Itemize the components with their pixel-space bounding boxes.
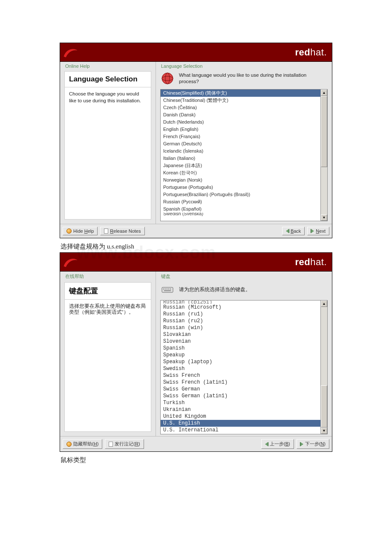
prompt-row: What language would you like to use duri… xyxy=(160,71,328,86)
list-item[interactable]: Slovenian xyxy=(161,338,320,345)
scroll-thumb[interactable] xyxy=(321,96,327,167)
footer: Hide HelpHide Help Release Notes Back Ne… xyxy=(60,224,332,238)
brand-bold: red xyxy=(295,257,311,267)
list-item[interactable]: United Kingdom xyxy=(161,413,320,420)
help-heading: Language Selection xyxy=(64,71,151,87)
back-button[interactable]: Back xyxy=(282,227,305,235)
globe-icon xyxy=(160,71,175,86)
scroll-track[interactable] xyxy=(321,307,327,428)
list-item[interactable]: Swiss French xyxy=(161,372,320,379)
content-pane-label: Language Selection xyxy=(160,64,328,69)
caption-keyboard: 选择键盘规格为 u.s.english xyxy=(61,243,332,251)
installer-window-keyboard: redhat. 在线帮助 键盘配置 选择您要在系统上使用的键盘布局类型（例如“美… xyxy=(60,252,332,452)
list-item[interactable]: Dutch (Nederlands) xyxy=(161,119,320,126)
content-pane: Language Selection What language would y… xyxy=(156,62,332,224)
hide-help-button[interactable]: Hide HelpHide Help xyxy=(63,227,98,235)
list-item[interactable]: Chinese(Simplified) (简体中文) xyxy=(161,90,320,97)
redhat-logo-icon xyxy=(62,254,79,270)
hide-help-button[interactable]: 隐藏帮助(H) xyxy=(63,439,102,449)
list-item[interactable]: Italian (Italiano) xyxy=(161,155,320,162)
list-item[interactable]: Russian (win) xyxy=(161,324,320,331)
prompt-text: What language would you like to use duri… xyxy=(179,72,328,85)
scroll-down-icon[interactable]: ▼ xyxy=(321,214,327,221)
doc-icon xyxy=(104,228,108,234)
scrollbar[interactable]: ▲ ▼ xyxy=(320,90,327,221)
list-item[interactable]: Icelandic (Íslenska) xyxy=(161,147,320,155)
installer-window-language: redhat. Online Help Language Selection C… xyxy=(60,43,332,238)
release-notes-button[interactable]: Release Notes xyxy=(100,227,144,235)
list-item[interactable]: French (Français) xyxy=(161,133,320,140)
list-item[interactable]: Turkish xyxy=(161,399,320,406)
bulb-icon xyxy=(66,442,72,447)
list-item[interactable]: German (Deutsch) xyxy=(161,140,320,147)
list-item[interactable]: Korean (한국어) xyxy=(161,169,320,176)
brand-text: redhat. xyxy=(295,47,327,58)
release-notes-button[interactable]: 发行注记(R) xyxy=(105,439,144,449)
list-item[interactable]: Swiss French (latin1) xyxy=(161,379,320,386)
hide-help-label: 隐藏帮助(H) xyxy=(73,441,98,447)
help-heading: 键盘配置 xyxy=(64,282,151,300)
arrow-left-icon xyxy=(265,442,268,446)
scroll-track[interactable] xyxy=(321,96,327,214)
brand-thin: hat. xyxy=(310,47,327,58)
scrollbar[interactable]: ▲ ▼ xyxy=(320,301,327,434)
list-item[interactable]: Russian (ru2) xyxy=(161,318,320,324)
brand-text: redhat. xyxy=(295,257,327,268)
release-notes-label: 发行注记(R) xyxy=(115,441,140,447)
keyboard-icon xyxy=(160,282,175,297)
titlebar: redhat. xyxy=(60,43,332,62)
scroll-up-icon[interactable]: ▲ xyxy=(321,90,327,96)
list-item[interactable]: Japanese (日本語) xyxy=(161,162,320,169)
list-item[interactable]: English (English) xyxy=(161,126,320,133)
svg-point-0 xyxy=(162,73,173,84)
back-label: Back xyxy=(291,228,301,234)
list-item[interactable]: Danish (Dansk) xyxy=(161,111,320,119)
svg-rect-3 xyxy=(162,287,173,292)
next-button[interactable]: 下一步(N) xyxy=(297,439,329,449)
list-item[interactable]: Russian (Microsoft) xyxy=(161,304,320,311)
list-item[interactable]: Spanish xyxy=(161,345,320,352)
svg-rect-7 xyxy=(170,289,171,289)
list-item[interactable]: Portuguese(Brazilian) (Português (Brasil… xyxy=(161,191,320,198)
help-pane: 在线帮助 键盘配置 选择您要在系统上使用的键盘布局类型（例如“美国英语式”）。 xyxy=(60,272,156,436)
scroll-up-icon[interactable]: ▲ xyxy=(321,301,327,307)
list-item[interactable]: Speakup (laptop) xyxy=(161,358,320,365)
list-item[interactable]: U.S. International xyxy=(161,427,320,434)
list-item[interactable]: Russian (Русский) xyxy=(161,198,320,205)
prompt-row: 请为您的系统选择适当的键盘。 xyxy=(160,282,328,297)
list-item[interactable]: Portuguese (Português) xyxy=(161,184,320,191)
list-item[interactable]: Swedish xyxy=(161,365,320,372)
language-list[interactable]: Chinese(Simplified) (简体中文)Chinese(Tradit… xyxy=(160,89,328,221)
titlebar: redhat. xyxy=(60,253,332,272)
list-item[interactable]: U.S. English xyxy=(161,420,320,427)
arrow-right-icon xyxy=(300,442,303,446)
svg-rect-5 xyxy=(165,289,167,289)
list-item[interactable]: Ukrainian xyxy=(161,406,320,413)
list-item[interactable]: Russian (ru1) xyxy=(161,311,320,318)
list-item[interactable]: Speakup xyxy=(161,352,320,358)
list-item[interactable]: Swiss German xyxy=(161,386,320,393)
list-item[interactable]: Norwegian (Norsk) xyxy=(161,176,320,184)
list-item[interactable]: Chinese(Traditional) (繁體中文) xyxy=(161,97,320,104)
doc-icon xyxy=(109,442,113,447)
content-pane: 键盘 请为您的系统选择适当的键盘。 Russian (cp1251)Russia… xyxy=(156,272,332,436)
keyboard-list[interactable]: Russian (cp1251)Russian (Microsoft)Russi… xyxy=(160,300,328,434)
hide-help-label: Hide HelpHide Help xyxy=(73,228,94,234)
list-item[interactable]: Russian (cp1251) xyxy=(161,301,320,304)
redhat-logo-icon xyxy=(62,45,79,60)
list-item[interactable]: Swedish (Svenska) xyxy=(161,213,320,217)
list-item[interactable]: Czech (Čeština) xyxy=(161,104,320,111)
list-item[interactable]: Slovakian xyxy=(161,331,320,338)
scroll-down-icon[interactable]: ▼ xyxy=(321,428,327,434)
svg-rect-6 xyxy=(167,289,169,289)
arrow-left-icon xyxy=(286,229,289,233)
back-label: 上一步(B) xyxy=(270,441,290,447)
content-pane-label: 键盘 xyxy=(160,273,328,280)
list-item[interactable]: Swiss German (latin1) xyxy=(161,393,320,399)
list-item[interactable]: Spanish (Español) xyxy=(161,205,320,213)
scroll-thumb[interactable] xyxy=(321,385,327,428)
next-button[interactable]: Next xyxy=(307,227,329,235)
brand-thin: hat. xyxy=(310,257,327,267)
back-button[interactable]: 上一步(B) xyxy=(261,439,294,449)
svg-rect-4 xyxy=(163,289,164,289)
